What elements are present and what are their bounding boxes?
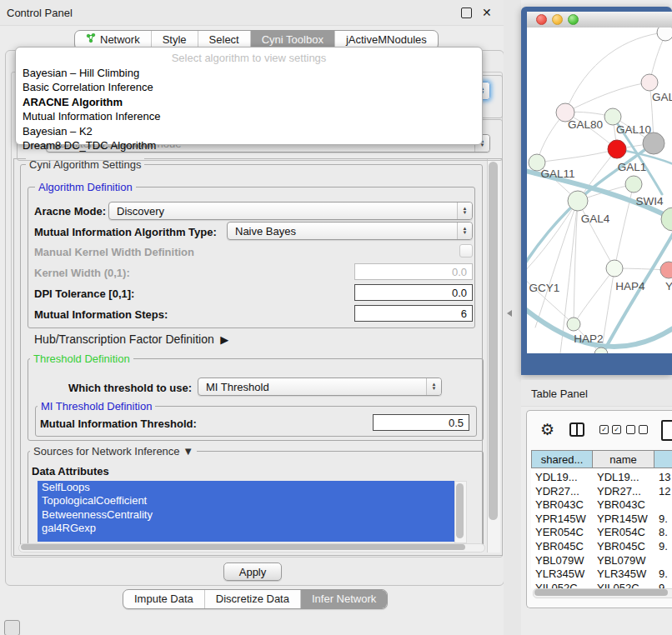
algorithm-option[interactable]: Bayesian – Hill Climbing [16, 66, 482, 80]
hub-definition-toggle[interactable]: Hub/Transcription Factor Definition ▶ [34, 332, 228, 346]
node-swi4-label: SWI4 [635, 195, 663, 208]
combo-spinner-icon: ▲▼ [457, 202, 472, 219]
close-window-icon[interactable] [536, 14, 547, 25]
attributes-vscroll-thumb[interactable] [456, 483, 464, 538]
table-cell: YER054C [597, 526, 654, 538]
table-row[interactable]: YBL079WYBL079W [531, 554, 672, 568]
mi-type-combo[interactable]: Naive Bayes ▲▼ [227, 222, 473, 240]
manual-kernel-checkbox[interactable] [459, 244, 473, 258]
settings-vertical-scrollbar-thumb[interactable] [489, 162, 498, 520]
data-attribute-item[interactable]: gal4RGexp [38, 522, 454, 535]
table-cell: YBL079W [597, 554, 654, 567]
table-row[interactable]: YER054CYER054C8. [531, 526, 672, 540]
table-row[interactable]: YLR345WYLR345W9. [531, 568, 672, 582]
which-threshold-combo[interactable]: MI Threshold ▲▼ [198, 378, 442, 396]
node-gal1[interactable] [608, 140, 626, 158]
data-attributes-list[interactable]: SelfLoopsTopologicalCoefficientBetweenne… [38, 481, 454, 542]
table-panel-title: Table Panel [531, 388, 588, 400]
minimize-window-icon[interactable] [552, 14, 563, 25]
algorithm-option[interactable]: Mutual Information Inference [16, 109, 482, 123]
table-cell: YPR145W [597, 512, 654, 525]
settings-horizontal-scrollbar-thumb[interactable] [21, 544, 465, 550]
network-edge[interactable] [537, 149, 617, 162]
algorithm-option[interactable]: ARACNE Algorithm [16, 95, 482, 109]
network-canvas[interactable]: GALGAL80GAL10GAL1GAL11GAL4SWI4HAP4YGCY1H… [527, 28, 672, 353]
node-hap4-label: HAP4 [615, 280, 645, 292]
table-cell: YBR043C [597, 498, 654, 511]
select-all-checkboxes-icon[interactable]: ✓ ✓ [599, 425, 621, 434]
node-partial-top[interactable] [657, 28, 672, 41]
tab-discretize-data[interactable]: Discretize Data [205, 590, 301, 608]
table-row[interactable]: YDL19...YDL19...13 [531, 471, 672, 485]
threshold-definition-title: Threshold Definition [30, 352, 133, 365]
mi-threshold-field[interactable] [373, 414, 469, 431]
algorithm-option[interactable]: Bayesian – K2 [16, 124, 482, 138]
table-cell: 9. [659, 582, 672, 588]
algorithm-dropdown-list: Bayesian – Hill ClimbingBasic Correlatio… [16, 64, 482, 152]
node-salmon-label: Y [665, 280, 672, 292]
node-gcy1-label: GCY1 [529, 282, 560, 294]
deselect-all-checkboxes-icon[interactable] [626, 425, 648, 434]
network-edge[interactable] [565, 32, 665, 112]
table-row[interactable]: YBR043CYBR043C [531, 498, 672, 512]
table-cell: YBR045C [535, 540, 592, 552]
apply-button[interactable]: Apply [223, 562, 282, 581]
chevron-down-icon: ▼ [183, 445, 193, 458]
float-panel-icon[interactable] [461, 8, 472, 18]
node-big-green[interactable] [661, 208, 672, 231]
column-layout-icon[interactable] [569, 422, 584, 437]
mi-steps-field[interactable] [354, 305, 473, 322]
table-settings-gear-icon[interactable]: ⚙ [540, 422, 554, 438]
table-row[interactable]: YDR27...YDR27...12 [531, 485, 672, 499]
network-edge[interactable] [578, 201, 614, 268]
column-header-A[interactable]: A [654, 450, 672, 468]
node-table: shared...nameAYDL19...YDL19...13YDR27...… [531, 450, 672, 588]
node-gray[interactable] [643, 132, 664, 154]
node-hap4[interactable] [606, 260, 623, 277]
table-row[interactable]: YBR045CYBR045C9. [531, 540, 672, 554]
minimized-panel-icon[interactable] [4, 620, 20, 635]
aracne-mode-combo[interactable]: Discovery ▲▼ [108, 202, 473, 220]
table-row[interactable]: YIL052CYIL052C9. [531, 582, 672, 588]
new-table-icon[interactable] [661, 420, 672, 441]
node-hap2[interactable] [567, 318, 580, 331]
network-window-titlebar[interactable] [527, 12, 672, 28]
table-cell: YDR27... [535, 485, 592, 498]
node-gal10[interactable] [604, 108, 621, 125]
data-attribute-item[interactable]: TopologicalCoefficient [38, 494, 454, 508]
node-salmon[interactable] [660, 262, 672, 278]
node-gal4[interactable] [568, 191, 588, 211]
combo-spinner-icon: ▲▼ [457, 222, 472, 239]
data-attributes-label: Data Attributes [32, 465, 109, 478]
sources-title: Sources for Network Inference [33, 445, 180, 458]
which-threshold-value: MI Threshold [206, 381, 269, 393]
data-attribute-item[interactable]: SelfLoops [38, 481, 454, 494]
table-row[interactable]: YPR145WYPR145W9. [531, 512, 672, 527]
column-header-name[interactable]: name [593, 450, 654, 468]
table-cell: YBR045C [597, 540, 654, 552]
kernel-width-field[interactable] [354, 263, 473, 280]
aracne-mode-label: Aracne Mode: [34, 205, 106, 218]
algorithm-option[interactable]: Basic Correlation Inference [16, 80, 482, 94]
panel-splitter[interactable] [504, 0, 521, 635]
sources-title-row[interactable]: Sources for Network Inference ▼ [30, 445, 197, 458]
table-horizontal-scrollbar-thumb[interactable] [534, 589, 668, 596]
node-hap2-label: HAP2 [574, 332, 603, 345]
algorithm-dropdown-popup: Select algorithm to view settings Bayesi… [15, 47, 483, 145]
node-swi4[interactable] [625, 176, 642, 192]
zoom-window-icon[interactable] [568, 14, 579, 25]
table-cell: YBR043C [535, 498, 592, 511]
data-attribute-item[interactable]: BetweennessCentrality [38, 508, 454, 522]
close-panel-icon[interactable]: ✕ [482, 6, 492, 19]
table-cell: YIL052C [535, 582, 592, 588]
dpi-tolerance-field[interactable] [354, 284, 473, 301]
table-cell: 9. [659, 568, 672, 580]
algorithm-option[interactable]: Dream8 DC_TDC Algorithm [16, 138, 482, 152]
network-edge[interactable] [574, 268, 614, 324]
tab-impute-data[interactable]: Impute Data [123, 590, 205, 608]
table-cell: 9. [659, 512, 672, 525]
tab-infer-network[interactable]: Infer Network [301, 590, 387, 608]
node-gal2[interactable] [641, 74, 658, 91]
splitter-collapse-icon[interactable] [507, 310, 512, 317]
column-header-shared...[interactable]: shared... [531, 450, 593, 468]
